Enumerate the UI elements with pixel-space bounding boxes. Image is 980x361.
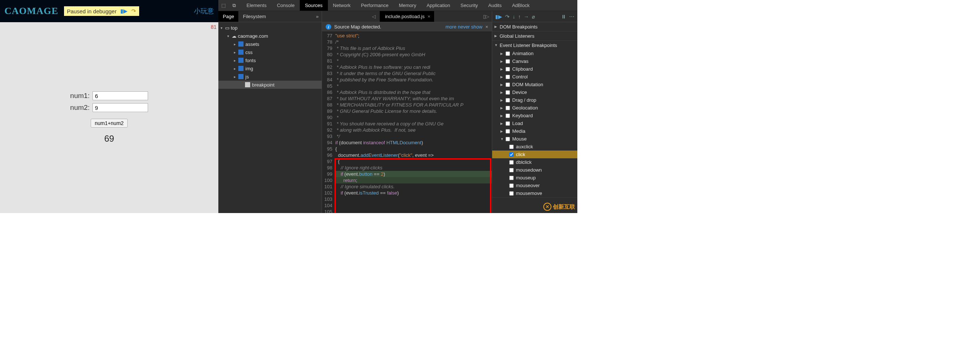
devtools-tab-network[interactable]: Network (328, 0, 356, 11)
tree-folder-js[interactable]: ▸js (218, 73, 321, 81)
event-category-device[interactable]: ▶ Device (492, 88, 578, 96)
section-global-listeners[interactable]: ▶Global Listeners (492, 32, 578, 40)
navigator-panel: Page Filesystem » ▾▭ top ▾☁ caomage.com … (218, 11, 322, 213)
step-out-icon[interactable]: ↑ (518, 14, 521, 20)
event-category-drag-drop[interactable]: ▶ Drag / drop (492, 96, 578, 104)
devtools-tab-performance[interactable]: Performance (356, 0, 393, 11)
category-checkbox[interactable] (506, 137, 510, 141)
event-mousedown[interactable]: mousedown (492, 166, 578, 174)
devtools: ⬚ ⧉ ElementsConsoleSourcesNetworkPerform… (218, 0, 578, 213)
tree-folder-assets[interactable]: ▸assets (218, 40, 321, 48)
infobar-link[interactable]: more never show (445, 24, 483, 30)
event-click[interactable]: click (492, 151, 578, 158)
event-checkbox[interactable] (509, 153, 514, 157)
step-over-icon[interactable]: ↷ (131, 8, 136, 14)
step-icon[interactable]: → (524, 14, 529, 20)
step-into-icon[interactable]: ↓ (512, 14, 515, 20)
devtools-toolbar: ⬚ ⧉ ElementsConsoleSourcesNetworkPerform… (218, 0, 578, 11)
devtools-tab-elements[interactable]: Elements (241, 0, 272, 11)
navigator-tab-filesystem[interactable]: Filesystem (238, 11, 270, 22)
category-checkbox[interactable] (506, 129, 510, 134)
tree-folder-img[interactable]: ▸img (218, 64, 321, 73)
devtools-tab-adblock[interactable]: AdBlock (507, 0, 535, 11)
watermark-icon: ✕ (543, 203, 551, 211)
deactivate-breakpoints-icon[interactable]: ⌀ (532, 14, 535, 20)
category-checkbox[interactable] (506, 106, 510, 110)
resume-icon[interactable]: ▮▶ (495, 14, 502, 20)
event-dblclick[interactable]: dblclick (492, 158, 578, 166)
history-back-icon[interactable]: ◁ (369, 14, 378, 19)
event-checkbox[interactable] (509, 145, 514, 149)
event-checkbox[interactable] (509, 160, 514, 165)
category-checkbox[interactable] (506, 59, 510, 64)
toggle-device-icon[interactable]: ⧉ (229, 0, 239, 11)
event-mouseover[interactable]: mouseover (492, 181, 578, 189)
debugger-panel: ▮▶ ↷ ↓ ↑ → ⌀ ⏸ ⋯ ▶DOM Breakpoints ▶Globa… (492, 11, 578, 213)
category-checkbox[interactable] (506, 98, 510, 102)
devtools-tab-security[interactable]: Security (455, 0, 483, 11)
category-checkbox[interactable] (506, 90, 510, 95)
close-tab-icon[interactable]: × (428, 14, 430, 19)
event-checkbox[interactable] (509, 168, 514, 172)
pause-exceptions-icon[interactable]: ⏸ (561, 14, 566, 20)
event-checkbox[interactable] (509, 176, 514, 180)
site-header: CAOMAGE Paused in debugger ▮▶ ↷ 小玩意 (0, 0, 218, 22)
source-map-infobar: i Source Map detected. more never show × (322, 22, 492, 32)
devtools-tab-sources[interactable]: Sources (300, 0, 328, 11)
folder-icon (238, 41, 243, 47)
event-category-clipboard[interactable]: ▶ Clipboard (492, 65, 578, 73)
inspect-element-icon[interactable]: ⬚ (218, 0, 229, 11)
event-category-dom-mutation[interactable]: ▶ DOM Mutation (492, 81, 578, 88)
event-category-control[interactable]: ▶ Control (492, 73, 578, 81)
event-mousemove[interactable]: mousemove (492, 189, 578, 197)
navigator-overflow-icon[interactable]: » (316, 14, 319, 19)
event-checkbox[interactable] (509, 191, 514, 196)
nav-link[interactable]: 小玩意 (194, 7, 214, 16)
history-forward-icon[interactable]: ▯▷ (482, 14, 490, 19)
site-logo: CAOMAGE (5, 6, 59, 17)
tree-top[interactable]: ▾▭ top (218, 24, 321, 32)
event-category-geolocation[interactable]: ▶ Geolocation (492, 104, 578, 112)
step-over-icon[interactable]: ↷ (505, 14, 510, 20)
category-checkbox[interactable] (506, 51, 510, 56)
navigator-tab-page[interactable]: Page (218, 11, 238, 22)
section-event-listener-breakpoints[interactable]: ▼Event Listener Breakpoints (492, 41, 578, 49)
devtools-tab-console[interactable]: Console (272, 0, 300, 11)
editor-tabs: ◁ include.postload.js × ▯▷ (322, 11, 492, 22)
section-dom-breakpoints[interactable]: ▶DOM Breakpoints (492, 22, 578, 31)
category-checkbox[interactable] (506, 67, 510, 72)
event-category-keyboard[interactable]: ▶ Keyboard (492, 112, 578, 119)
folder-icon (238, 58, 243, 63)
event-checkbox[interactable] (509, 183, 514, 188)
result-value: 69 (104, 134, 115, 144)
event-category-load[interactable]: ▶ Load (492, 119, 578, 127)
category-checkbox[interactable] (506, 114, 510, 118)
folder-icon (238, 66, 243, 71)
resume-icon[interactable]: ▮▶ (120, 8, 128, 14)
file-icon (245, 82, 250, 87)
event-category-canvas[interactable]: ▶ Canvas (492, 57, 578, 65)
tree-file-breakpoint[interactable]: breakpoint (218, 81, 321, 89)
category-checkbox[interactable] (506, 83, 510, 87)
event-category-media[interactable]: ▶ Media (492, 127, 578, 135)
add-button[interactable]: num1+num2 (91, 119, 128, 127)
infobar-close-icon[interactable]: × (485, 24, 488, 30)
num2-input[interactable] (92, 103, 148, 112)
category-checkbox[interactable] (506, 75, 510, 79)
open-file-tab[interactable]: include.postload.js × (380, 11, 434, 22)
devtools-tab-memory[interactable]: Memory (394, 0, 422, 11)
tree-folder-css[interactable]: ▸css (218, 48, 321, 56)
devtools-tab-application[interactable]: Application (422, 0, 456, 11)
event-auxclick[interactable]: auxclick (492, 143, 578, 151)
event-category-animation[interactable]: ▶ Animation (492, 49, 578, 57)
rendered-page: CAOMAGE Paused in debugger ▮▶ ↷ 小玩意 81 n… (0, 0, 218, 213)
tree-folder-fonts[interactable]: ▸fonts (218, 56, 321, 64)
event-mouseup[interactable]: mouseup (492, 174, 578, 181)
num1-input[interactable] (92, 91, 148, 100)
event-category-mouse[interactable]: ▼ Mouse (492, 135, 578, 143)
category-checkbox[interactable] (506, 121, 510, 126)
async-icon[interactable]: ⋯ (569, 14, 574, 20)
tree-domain[interactable]: ▾☁ caomage.com (218, 32, 321, 40)
code-editor[interactable]: 77 78 79 80 81 82 83 84 85 86 87 88 89 9… (322, 32, 492, 213)
devtools-tab-audits[interactable]: Audits (483, 0, 507, 11)
